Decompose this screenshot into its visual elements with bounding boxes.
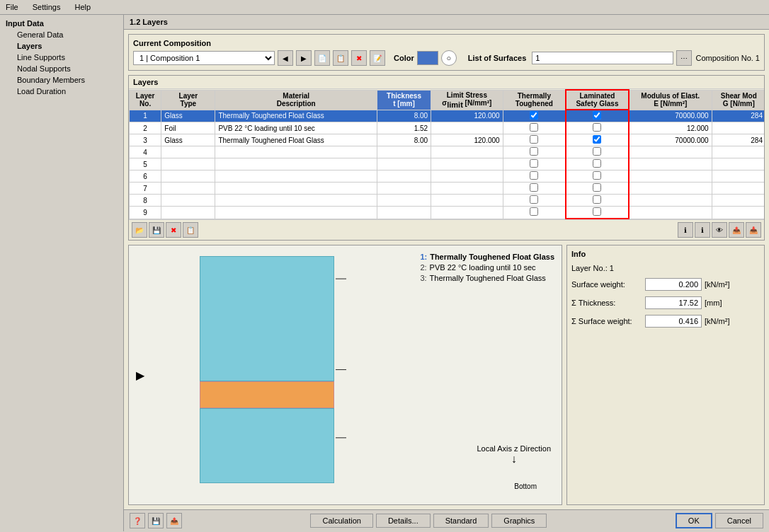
table-cell[interactable]	[566, 122, 629, 134]
table-cell	[215, 146, 377, 158]
bottom-icon-1[interactable]: ❓	[130, 513, 145, 528]
prev-composition-btn[interactable]: ◀	[278, 50, 293, 66]
table-cell[interactable]	[566, 195, 629, 207]
content-area: Current Composition 1 | Composition 1 ◀ …	[124, 30, 769, 509]
ok-btn[interactable]: OK	[676, 513, 712, 528]
table-cell[interactable]	[503, 158, 566, 170]
sidebar-item-general-data[interactable]: General Data	[0, 29, 123, 40]
checkbox-input[interactable]	[530, 195, 538, 204]
checkbox-input[interactable]	[530, 159, 538, 168]
checkbox-input[interactable]	[593, 135, 601, 144]
checkbox-input[interactable]	[593, 159, 601, 168]
table-cell	[712, 207, 764, 219]
copy-composition-btn[interactable]: 📋	[333, 50, 348, 66]
calculation-btn[interactable]: Calculation	[310, 514, 372, 528]
surface-weight-row: Surface weight: [kN/m²]	[571, 278, 760, 291]
sidebar-item-layers[interactable]: Layers	[0, 40, 123, 52]
checkbox-input[interactable]	[593, 195, 601, 204]
export-btn[interactable]: 📤	[729, 222, 744, 238]
composition-select[interactable]: 1 | Composition 1	[133, 51, 275, 65]
color-picker-btn[interactable]: ○	[441, 50, 457, 66]
table-cell[interactable]	[566, 134, 629, 146]
thickness-label: Σ Thickness:	[571, 299, 642, 307]
thickness-unit: [mm]	[705, 299, 722, 307]
color-box[interactable]	[417, 51, 438, 65]
table-cell[interactable]	[503, 195, 566, 207]
checkbox-input[interactable]	[593, 147, 601, 156]
visualization-legend: 1: Thermally Toughened Float Glass 2: PV…	[420, 253, 554, 282]
legend-item-1: Thermally Toughened Float Glass	[430, 253, 554, 261]
standard-btn[interactable]: Standard	[433, 514, 489, 528]
table-container[interactable]: LayerNo. LayerType MaterialDescription T…	[129, 89, 764, 219]
rename-composition-btn[interactable]: 📝	[370, 50, 385, 66]
checkbox-input[interactable]	[530, 207, 538, 216]
graphics-btn[interactable]: Graphics	[491, 514, 547, 528]
table-cell: 284	[712, 134, 764, 146]
info2-btn[interactable]: 📋	[183, 222, 198, 238]
thickness-input[interactable]	[645, 296, 702, 309]
menu-file[interactable]: File	[3, 1, 21, 13]
delete-composition-btn[interactable]: ✖	[351, 50, 367, 66]
composition-controls: 1 | Composition 1 ◀ ▶ 📄 📋 ✖ 📝 Color ○ Li…	[133, 50, 760, 66]
checkbox-input[interactable]	[593, 183, 601, 192]
checkbox-input[interactable]	[530, 135, 538, 144]
table-cell[interactable]	[503, 183, 566, 195]
table-cell[interactable]	[503, 146, 566, 158]
table-cell[interactable]	[503, 207, 566, 219]
surface-weight-input[interactable]	[645, 278, 702, 291]
checkbox-input[interactable]	[593, 171, 601, 180]
bottom-icon-3[interactable]: 📤	[166, 513, 182, 528]
nav-arrow[interactable]: ▶	[136, 369, 144, 382]
info2-btn2[interactable]: ℹ	[695, 222, 710, 238]
table-cell	[215, 195, 377, 207]
table-cell[interactable]	[503, 110, 566, 122]
table-cell[interactable]	[566, 146, 629, 158]
save-btn[interactable]: 💾	[149, 222, 164, 238]
open-btn[interactable]: 📂	[132, 222, 147, 238]
table-cell	[215, 158, 377, 170]
surfaces-browse-btn[interactable]: ⋯	[676, 50, 692, 66]
table-cell	[215, 183, 377, 195]
menu-settings[interactable]: Settings	[30, 1, 64, 13]
sidebar-item-line-supports[interactable]: Line Supports	[0, 52, 123, 63]
surfaces-input[interactable]	[532, 52, 673, 64]
table-cell: 8.00	[377, 110, 431, 122]
next-composition-btn[interactable]: ▶	[296, 50, 312, 66]
sidebar-item-boundary-members[interactable]: Boundary Members	[0, 74, 123, 86]
table-cell: 7	[130, 183, 161, 195]
table-cell: 6	[130, 170, 161, 183]
table-cell[interactable]	[566, 207, 629, 219]
surface-weight-sum-input[interactable]	[645, 315, 702, 328]
table-cell	[161, 195, 215, 207]
bottom-icon-2[interactable]: 💾	[148, 513, 164, 528]
checkbox-input[interactable]	[593, 123, 601, 132]
menu-help[interactable]: Help	[72, 1, 93, 13]
table-cell[interactable]	[566, 183, 629, 195]
checkbox-input[interactable]	[593, 111, 601, 120]
checkbox-input[interactable]	[593, 207, 601, 216]
checkbox-input[interactable]	[530, 171, 538, 180]
cancel-btn[interactable]: Cancel	[715, 513, 763, 528]
table-cell[interactable]	[566, 170, 629, 183]
table-cell[interactable]	[566, 158, 629, 170]
sidebar-item-nodal-supports[interactable]: Nodal Supports	[0, 63, 123, 74]
import-btn[interactable]: 📥	[746, 222, 761, 238]
details-btn[interactable]: Details...	[376, 514, 431, 528]
surface-weight-sum-row: Σ Surface weight: [kN/m²]	[571, 315, 760, 328]
table-cell[interactable]	[503, 170, 566, 183]
col-header-shear: Shear ModG [N/mm]	[712, 90, 764, 110]
table-cell[interactable]	[503, 122, 566, 134]
view-btn[interactable]: 👁	[712, 222, 727, 238]
new-composition-btn[interactable]: 📄	[314, 50, 330, 66]
checkbox-input[interactable]	[530, 111, 538, 120]
checkbox-input[interactable]	[530, 183, 538, 192]
table-cell[interactable]	[503, 134, 566, 146]
delete-row-btn[interactable]: ✖	[166, 222, 181, 238]
sidebar-item-load-duration[interactable]: Load Duration	[0, 86, 123, 97]
table-cell: 70000.000	[629, 110, 712, 122]
table-cell	[161, 158, 215, 170]
checkbox-input[interactable]	[530, 123, 538, 132]
info-btn[interactable]: ℹ	[678, 222, 693, 238]
table-cell[interactable]	[566, 110, 629, 122]
checkbox-input[interactable]	[530, 147, 538, 156]
